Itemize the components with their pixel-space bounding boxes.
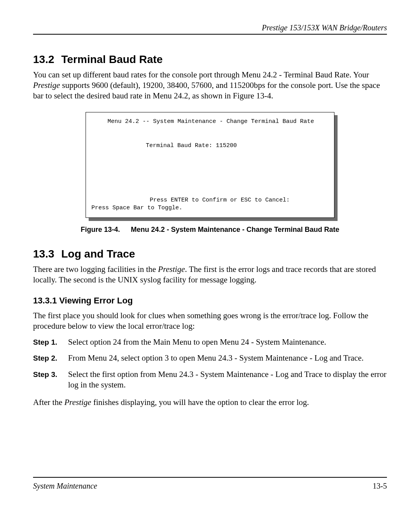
step-text: Select option 24 from the Main Menu to o…	[68, 337, 387, 347]
terminal-box: Menu 24.2 -- System Maintenance - Change…	[86, 112, 334, 218]
step-text: Select the first option from Menu 24.3 -…	[68, 369, 387, 391]
figure-caption-text: Menu 24.2 - System Maintenance - Change …	[131, 226, 340, 233]
header-title: Prestige 153/153X WAN Bridge/Routers	[262, 23, 387, 32]
page-footer: System Maintenance 13-5	[33, 477, 387, 491]
figure-number: Figure 13-4.	[81, 226, 120, 234]
section-13-2-paragraph: You can set up different baud rates for …	[33, 70, 387, 101]
subsection-13-3-1-heading: 13.3.1 Viewing Error Log	[33, 296, 387, 306]
figure-caption: Figure 13-4.Menu 24.2 - System Maintenan…	[62, 226, 358, 234]
footer-left: System Maintenance	[33, 482, 97, 491]
step-row: Step 1. Select option 24 from the Main M…	[33, 337, 387, 347]
page: Prestige 153/153X WAN Bridge/Routers 13.…	[0, 0, 420, 510]
section-13-3-paragraph: There are two logging facilities in the …	[33, 264, 387, 285]
page-header: Prestige 153/153X WAN Bridge/Routers	[33, 23, 387, 35]
section-number: 13.3	[33, 248, 54, 260]
step-label: Step 3.	[33, 369, 68, 380]
footer-right: 13-5	[373, 482, 387, 491]
terminal-confirm-line: Press ENTER to Confirm or ESC to Cancel:	[150, 196, 330, 204]
step-text: From Menu 24, select option 3 to open Me…	[68, 353, 387, 363]
after-steps-paragraph: After the Prestige finishes displaying, …	[33, 397, 387, 408]
step-label: Step 1.	[33, 337, 68, 347]
section-13-3-heading: 13.3Log and Trace	[33, 248, 387, 260]
section-title: Log and Trace	[61, 248, 135, 260]
subsection-paragraph: The first place you should look for clue…	[33, 310, 387, 331]
footer-row: System Maintenance 13-5	[33, 482, 387, 491]
terminal-baud-rate-line: Terminal Baud Rate: 115200	[146, 142, 330, 150]
section-number: 13.2	[33, 53, 54, 66]
terminal-figure-wrap: Menu 24.2 -- System Maintenance - Change…	[86, 112, 334, 218]
footer-rule	[33, 477, 387, 478]
section-13-2-heading: 13.2Terminal Baud Rate	[33, 53, 387, 66]
section-title: Terminal Baud Rate	[61, 53, 163, 65]
terminal-title: Menu 24.2 -- System Maintenance - Change…	[91, 118, 330, 126]
terminal-toggle-line: Press Space Bar to Toggle.	[91, 204, 330, 212]
step-row: Step 2. From Menu 24, select option 3 to…	[33, 353, 387, 363]
steps-list: Step 1. Select option 24 from the Main M…	[33, 337, 387, 390]
step-row: Step 3. Select the first option from Men…	[33, 369, 387, 391]
step-label: Step 2.	[33, 353, 68, 363]
